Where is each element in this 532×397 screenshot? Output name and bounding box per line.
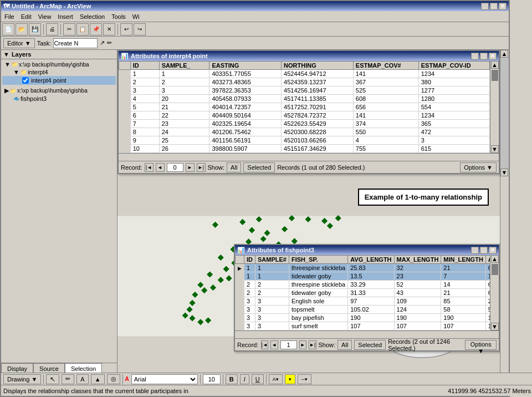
layer-label-fish[interactable]: fishpoint3 — [21, 95, 47, 102]
menu-selection[interactable]: Selection — [76, 12, 108, 21]
table-row[interactable]: 3 3 surf smelt 107 107 107 1 surf smel — [236, 322, 490, 330]
expand-icon-3[interactable]: ▶ — [4, 87, 9, 94]
table-bottom-close[interactable]: ✕ — [489, 247, 497, 254]
record-input-top[interactable] — [167, 163, 183, 172]
menu-view[interactable]: View — [35, 12, 55, 21]
table-top-vscrollbar[interactable]: ▲ ▼ — [490, 61, 499, 153]
expand-icon-2[interactable]: ▼ — [13, 69, 19, 75]
new-button[interactable]: 📄 — [2, 23, 14, 35]
layer-label-interpt4[interactable]: interpt4 — [28, 69, 48, 75]
table-bottom-hscrollbar[interactable] — [235, 330, 499, 338]
table-bottom-minimize[interactable]: _ — [471, 247, 479, 254]
options-btn-bottom[interactable]: Options ▼ — [465, 340, 497, 350]
options-btn-top[interactable]: Options ▼ — [460, 162, 497, 172]
draw-tool-btn-1[interactable]: ✏ — [62, 374, 74, 384]
col-northing-header[interactable]: NORTHING — [282, 62, 354, 70]
col-estmap-header[interactable]: ESTMAP_COV# — [353, 62, 418, 70]
nav-last-btn-top[interactable]: ►| — [197, 163, 206, 172]
col-sample-header[interactable]: SAMPLE_ — [159, 62, 209, 70]
nav-next-btn-top[interactable]: ► — [186, 163, 195, 172]
table-top-minimize[interactable]: _ — [471, 53, 479, 60]
col-min-header[interactable]: MIN_LENGTH — [441, 256, 486, 264]
layers-expand-icon[interactable]: ▼ — [3, 51, 9, 58]
copy-button[interactable]: 📋 — [76, 23, 89, 35]
menu-edit[interactable]: Edit — [18, 12, 35, 21]
scroll-down-btn-b[interactable]: ▼ — [491, 323, 499, 330]
col-sample-header-b[interactable]: SAMPLE# — [255, 256, 289, 264]
select-tool-btn[interactable]: ↖ — [46, 374, 59, 384]
nav-prev-btn-top[interactable]: ◄ — [156, 163, 165, 172]
col-easting-header[interactable]: EASTING — [209, 62, 282, 70]
main-vscrollbar[interactable]: ▲ ▼ — [500, 50, 509, 375]
selected-btn-top[interactable]: Selected — [243, 162, 275, 172]
table-top-maximize[interactable]: □ — [480, 53, 488, 60]
layer-interpt4-point[interactable]: interpt4 point — [2, 76, 116, 85]
table-row[interactable]: 6 22 404409.50164 4527824.72372 141 1234 — [119, 111, 490, 120]
underline-btn[interactable]: U — [252, 374, 264, 384]
all-btn-bottom[interactable]: All — [337, 340, 352, 350]
italic-btn[interactable]: I — [240, 374, 249, 384]
table-bottom-maximize[interactable]: □ — [480, 247, 488, 254]
expand-icon-1[interactable]: ▼ — [4, 61, 11, 68]
menu-file[interactable]: File — [1, 12, 18, 21]
scroll-up-btn-b[interactable]: ▲ — [491, 255, 499, 263]
scroll-thumb-b[interactable] — [492, 264, 498, 275]
col-fish-header[interactable]: FISH_SP. — [289, 256, 347, 264]
font-name-select[interactable]: Arial — [131, 374, 198, 384]
table-row[interactable]: 4 20 405458.07933 4517411.13385 608 1280 — [119, 95, 490, 103]
col-abund-header[interactable]: ABUNDANCE — [485, 256, 490, 264]
table-bottom-vscrollbar[interactable]: ▲ ▼ — [490, 255, 499, 330]
scroll-up-btn[interactable]: ▲ — [491, 61, 499, 69]
table-row[interactable]: 3 3 bay pipefish 190 190 190 1 bay pipef — [236, 314, 490, 322]
table-row[interactable]: 2 2 403273.48365 4524359.13237 367 380 — [119, 78, 490, 86]
layer-label-point[interactable]: interpt4 point — [30, 77, 68, 84]
table-row[interactable]: 1 1 403351.77055 4524454.94712 141 1234 — [119, 70, 490, 78]
main-scroll-up[interactable]: ▲ — [500, 50, 508, 58]
table-row[interactable]: 2 2 tidewater goby 31.33 43 21 6 tidewat… — [236, 289, 490, 297]
maximize-button[interactable]: □ — [490, 3, 498, 10]
nav-prev-btn-bottom[interactable]: ◄ — [270, 340, 278, 349]
nav-first-btn-top[interactable]: |◄ — [145, 163, 154, 172]
draw-tool-btn-2[interactable]: A — [76, 374, 88, 384]
arrow-tool[interactable]: ↗ — [100, 39, 105, 47]
font-size-input[interactable] — [203, 374, 221, 384]
col-estmap2-header[interactable]: ESTMAP_COV-ID — [418, 62, 489, 70]
nav-next-btn-bottom[interactable]: ► — [299, 340, 307, 349]
minimize-button[interactable]: _ — [481, 3, 489, 10]
record-input-bottom[interactable] — [280, 340, 297, 349]
open-button[interactable]: 📂 — [16, 23, 28, 35]
menu-insert[interactable]: Insert — [54, 12, 76, 21]
save-button[interactable]: 💾 — [29, 23, 41, 35]
layer-checkbox-1[interactable] — [22, 77, 29, 84]
table-top-close[interactable]: ✕ — [489, 53, 497, 60]
menu-tools[interactable]: Tools — [108, 12, 129, 21]
table-row[interactable]: 2 2 threespine stickleba 33.29 52 14 69 … — [236, 281, 490, 289]
fill-color-btn[interactable]: ▾ — [285, 374, 295, 384]
scroll-down-btn[interactable]: ▼ — [491, 145, 499, 153]
close-button[interactable]: ✕ — [499, 3, 507, 10]
bold-btn[interactable]: B — [226, 374, 238, 384]
editor-dropdown[interactable]: Editor ▼ — [3, 38, 35, 48]
col-id-header[interactable]: ID — [130, 62, 159, 70]
pen-tool[interactable]: ✏ — [107, 39, 112, 47]
draw-tool-btn-4[interactable]: ◎ — [107, 374, 120, 384]
task-input[interactable] — [53, 38, 98, 48]
table-row[interactable]: 3 3 397822.36353 4514256.16947 525 1277 — [119, 86, 490, 95]
text-color-btn[interactable]: A▾ — [269, 374, 283, 384]
table-row[interactable]: 7 23 402325.19654 4522623.55429 374 365 — [119, 120, 490, 128]
scroll-thumb[interactable] — [492, 70, 498, 81]
table-row[interactable]: 8 24 401206.75462 4520300.68228 550 472 — [119, 128, 490, 136]
table-row[interactable]: 10 26 398800.5907 4515167.34629 755 615 — [119, 145, 490, 153]
col-max-header[interactable]: MAX_LENGTH — [394, 256, 441, 264]
drawing-dropdown[interactable]: Drawing ▼ — [3, 374, 41, 384]
paste-button[interactable]: 📌 — [90, 23, 102, 35]
menu-window[interactable]: Wi — [129, 12, 143, 21]
main-scroll-down[interactable]: ▼ — [500, 169, 508, 176]
nav-first-btn-bottom[interactable]: |◄ — [261, 340, 269, 349]
delete-button[interactable]: ✕ — [103, 23, 115, 35]
print-button[interactable]: 🖨 — [46, 23, 58, 35]
cut-button[interactable]: ✂ — [63, 23, 75, 35]
layer-label-2[interactable]: x:\xp backup\humbay\gishba — [17, 88, 88, 94]
col-id-header-b[interactable]: ID — [244, 256, 255, 264]
all-btn-top[interactable]: All — [227, 162, 241, 172]
